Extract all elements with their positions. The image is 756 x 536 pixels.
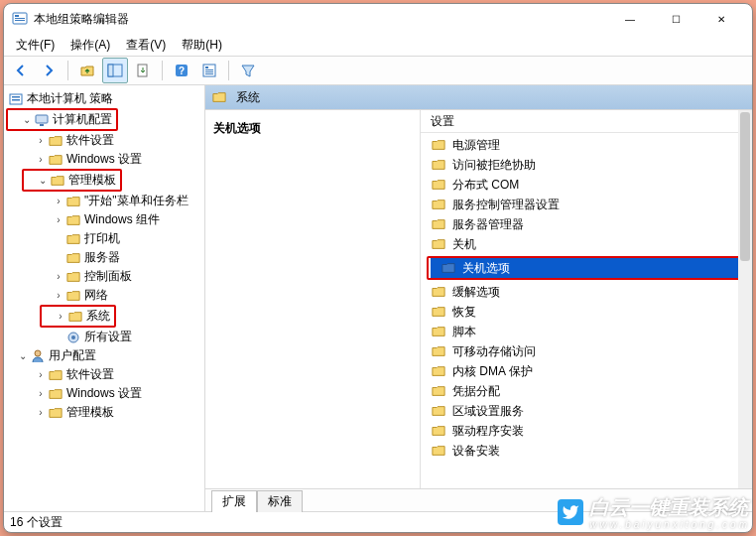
titlebar: 本地组策略编辑器 — ☐ ✕ — [4, 4, 752, 34]
content-header: 系统 — [205, 85, 752, 109]
tree-uc-admin-templates[interactable]: ›管理模板 — [4, 403, 204, 422]
chevron-right-icon[interactable]: › — [34, 406, 48, 420]
menu-help[interactable]: 帮助(H) — [176, 35, 228, 56]
chevron-right-icon[interactable]: › — [52, 195, 65, 208]
list-item[interactable]: 访问被拒绝协助 — [421, 155, 752, 175]
chevron-right-icon[interactable]: › — [52, 289, 65, 303]
list-item[interactable]: 电源管理 — [421, 135, 752, 155]
tree-at-server[interactable]: 服务器 — [4, 248, 204, 267]
menu-action[interactable]: 操作(A) — [64, 35, 116, 56]
chevron-right-icon[interactable]: › — [34, 134, 48, 148]
list-item[interactable]: 可移动存储访问 — [421, 341, 752, 361]
export-list-button[interactable] — [130, 58, 156, 83]
chevron-right-icon[interactable]: › — [34, 387, 48, 401]
chevron-down-icon[interactable]: ⌄ — [16, 349, 30, 363]
filter-button[interactable] — [235, 58, 261, 83]
folder-icon — [50, 173, 65, 189]
list-item[interactable]: 恢复 — [421, 302, 752, 322]
svg-rect-10 — [205, 67, 208, 68]
toolbar-separator — [67, 61, 68, 80]
scrollbar-thumb[interactable] — [740, 112, 750, 261]
list-item-label: 服务控制管理器设置 — [452, 197, 560, 213]
chevron-right-icon[interactable]: › — [34, 153, 48, 167]
tree-view[interactable]: 本地计算机 策略 ⌄ 计算机配置 ›软件设置 ›Windows 设置 ⌄管理模板… — [4, 85, 205, 511]
list-item-label: 可移动存储访问 — [452, 343, 536, 360]
list-item[interactable]: 凭据分配 — [421, 381, 752, 401]
list-item-label: 区域设置服务 — [452, 403, 524, 420]
tree-at-system[interactable]: ›系统 — [42, 307, 114, 326]
menu-file[interactable]: 文件(F) — [10, 35, 61, 56]
chevron-right-icon[interactable]: › — [52, 270, 65, 284]
list-item[interactable]: 服务器管理器 — [421, 214, 752, 234]
list-item[interactable]: 区域设置服务 — [421, 401, 752, 421]
show-hide-tree-button[interactable] — [102, 58, 128, 83]
list-item-label: 恢复 — [452, 304, 476, 321]
svg-point-21 — [35, 350, 41, 356]
settings-list[interactable]: 设置 电源管理访问被拒绝协助分布式 COM服务控制管理器设置服务器管理器关机关机… — [421, 110, 752, 488]
watermark: 白云一键重装系统 www.baiyunxitong.com — [558, 494, 750, 530]
vertical-scrollbar[interactable] — [738, 110, 752, 488]
tree-cc-admin-templates[interactable]: ⌄管理模板 — [24, 171, 120, 190]
folder-icon — [431, 197, 446, 212]
chevron-right-icon[interactable]: › — [34, 368, 48, 382]
chevron-down-icon[interactable]: ⌄ — [36, 174, 50, 188]
folder-icon — [211, 89, 227, 105]
tree-uc-software[interactable]: ›软件设置 — [4, 365, 204, 384]
tab-extended[interactable]: 扩展 — [211, 490, 257, 512]
list-item[interactable]: 驱动程序安装 — [421, 421, 752, 441]
svg-point-20 — [71, 335, 75, 339]
detail-panel: 关机选项 — [205, 110, 421, 488]
svg-rect-12 — [205, 71, 213, 72]
folder-icon — [431, 423, 446, 439]
tab-standard[interactable]: 标准 — [257, 490, 303, 512]
folder-icon — [431, 383, 446, 399]
folder-icon — [48, 133, 63, 149]
list-item[interactable]: 脚本 — [421, 322, 752, 341]
tree-at-all-settings[interactable]: 所有设置 — [4, 328, 204, 346]
tree-at-network[interactable]: ›网络 — [4, 286, 204, 305]
chevron-down-icon[interactable]: ⌄ — [20, 113, 34, 127]
tree-user-config[interactable]: ⌄用户配置 — [4, 346, 204, 365]
menubar: 文件(F) 操作(A) 查看(V) 帮助(H) — [4, 34, 752, 56]
tree-root[interactable]: 本地计算机 策略 — [4, 89, 204, 108]
folder-icon — [431, 284, 446, 300]
tree-cc-software[interactable]: ›软件设置 — [4, 131, 204, 150]
list-item[interactable]: 设备安装 — [421, 441, 752, 461]
content-header-label: 系统 — [236, 89, 260, 106]
minimize-button[interactable]: — — [607, 4, 653, 34]
up-folder-button[interactable] — [74, 58, 100, 83]
menu-view[interactable]: 查看(V) — [120, 35, 172, 56]
list-item[interactable]: 服务控制管理器设置 — [421, 195, 752, 214]
maximize-button[interactable]: ☐ — [653, 4, 698, 34]
list-item-label: 电源管理 — [452, 137, 500, 154]
svg-rect-17 — [36, 115, 48, 123]
help-button[interactable]: ? — [169, 58, 194, 83]
list-item[interactable]: 内核 DMA 保护 — [421, 361, 752, 381]
folder-icon — [65, 194, 81, 209]
tree-uc-windows[interactable]: ›Windows 设置 — [4, 384, 204, 403]
tree-at-windows-components[interactable]: ›Windows 组件 — [4, 210, 204, 229]
list-item-selected[interactable]: 关机选项 — [431, 258, 744, 278]
close-button[interactable]: ✕ — [698, 4, 744, 34]
tree-computer-config[interactable]: ⌄ 计算机配置 — [8, 110, 116, 129]
svg-rect-13 — [205, 73, 213, 74]
tree-at-startmenu[interactable]: ›"开始"菜单和任务栏 — [4, 192, 204, 210]
chevron-right-icon[interactable]: › — [54, 310, 67, 324]
list-item[interactable]: 缓解选项 — [421, 282, 752, 302]
folder-icon — [65, 269, 81, 285]
column-header-setting[interactable]: 设置 — [421, 110, 752, 133]
list-item[interactable]: 分布式 COM — [421, 175, 752, 195]
svg-rect-15 — [12, 96, 20, 98]
tree-at-printers[interactable]: 打印机 — [4, 229, 204, 248]
back-button[interactable] — [8, 58, 34, 83]
properties-button[interactable] — [196, 58, 222, 83]
folder-icon — [65, 212, 81, 228]
list-item[interactable]: 关机 — [421, 234, 752, 254]
forward-button[interactable] — [36, 58, 62, 83]
tree-cc-windows[interactable]: ›Windows 设置 — [4, 150, 204, 169]
chevron-right-icon[interactable]: › — [52, 213, 65, 227]
tree-at-control-panel[interactable]: ›控制面板 — [4, 267, 204, 286]
list-item-label: 访问被拒绝协助 — [452, 157, 536, 174]
toolbar: ? — [4, 56, 752, 85]
folder-icon — [431, 304, 446, 320]
